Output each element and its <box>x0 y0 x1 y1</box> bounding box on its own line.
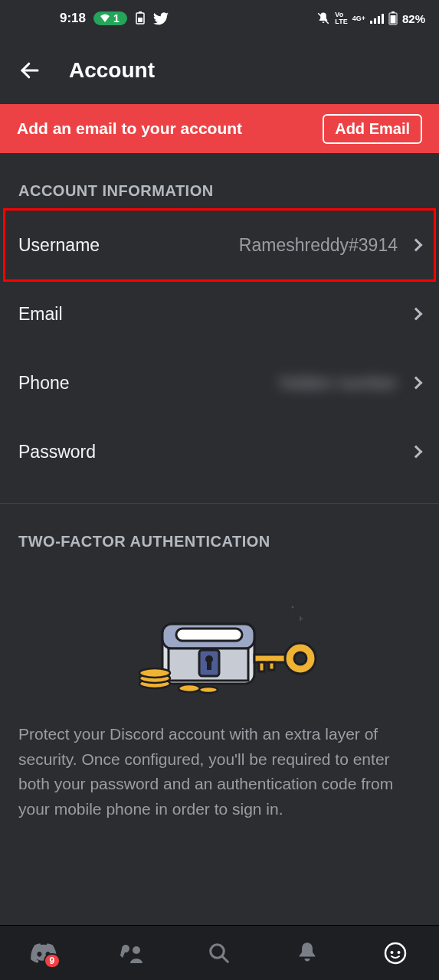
chevron-right-icon <box>410 377 423 390</box>
svg-rect-26 <box>259 662 264 671</box>
svg-point-33 <box>385 943 405 963</box>
svg-point-29 <box>294 652 306 665</box>
svg-rect-4 <box>370 21 372 24</box>
chevron-right-icon <box>410 308 423 321</box>
header: Account <box>0 37 439 104</box>
nav-badge: 9 <box>44 953 61 969</box>
svg-point-23 <box>179 684 200 692</box>
svg-point-30 <box>133 946 140 954</box>
row-label-email: Email <box>18 304 63 325</box>
svg-rect-27 <box>269 662 274 670</box>
svg-point-22 <box>139 668 170 678</box>
status-left: 9:18 1 <box>14 11 169 26</box>
back-icon[interactable] <box>18 59 41 82</box>
section-label-account: ACCOUNT INFORMATION <box>0 153 439 211</box>
row-label-phone: Phone <box>18 373 70 394</box>
profile-icon <box>384 942 407 965</box>
svg-rect-7 <box>382 14 384 24</box>
svg-point-35 <box>397 951 400 954</box>
svg-rect-9 <box>391 11 395 13</box>
chevron-right-icon <box>410 446 423 459</box>
row-label-username: Username <box>18 235 100 256</box>
svg-rect-6 <box>378 16 380 24</box>
battery-pct: 82% <box>402 12 425 25</box>
chevron-right-icon <box>410 239 423 252</box>
status-time: 9:18 <box>60 11 86 26</box>
svg-rect-1 <box>139 11 142 13</box>
svg-line-32 <box>222 956 228 962</box>
row-value-phone: hidden number <box>70 373 398 394</box>
row-email[interactable]: Email <box>0 279 439 348</box>
wifi-pill: 1 <box>93 11 127 25</box>
page-title: Account <box>69 58 155 83</box>
twitter-icon <box>153 12 169 25</box>
svg-point-12 <box>291 606 293 609</box>
nav-profile[interactable] <box>377 935 414 972</box>
svg-rect-5 <box>374 18 376 24</box>
nav-home[interactable]: 9 <box>25 935 62 972</box>
status-bar: 9:18 1 VoLTE 4G+ 82% <box>0 0 439 37</box>
banner-text: Add an email to your account <box>17 119 242 138</box>
add-email-button[interactable]: Add Email <box>323 114 422 144</box>
search-icon <box>208 942 231 965</box>
battery-icon <box>388 11 398 25</box>
bell-icon <box>296 942 318 965</box>
svg-point-34 <box>390 951 393 954</box>
wifi-count: 1 <box>113 12 120 24</box>
twofa-description: Protect your Discord account with an ext… <box>0 722 439 822</box>
battery-small-icon <box>135 11 146 25</box>
row-username[interactable]: Username Rameshreddy#3914 <box>0 211 439 279</box>
nav-search[interactable] <box>201 935 238 972</box>
friends-icon <box>120 942 144 964</box>
twofa-illustration <box>0 561 439 722</box>
volte-icon: VoLTE <box>335 11 347 25</box>
section-label-twofa: TWO-FACTOR AUTHENTICATION <box>0 504 439 561</box>
net-icon: 4G+ <box>352 15 365 22</box>
email-banner: Add an email to your account Add Email <box>0 104 439 153</box>
bottom-nav: 9 <box>0 925 439 980</box>
status-right: VoLTE 4G+ 82% <box>316 11 425 25</box>
nav-friends[interactable] <box>113 935 150 972</box>
svg-rect-10 <box>390 15 395 24</box>
row-phone[interactable]: Phone hidden number <box>0 348 439 417</box>
nav-notifications[interactable] <box>289 935 326 972</box>
mute-icon <box>316 11 330 25</box>
row-value-username: Rameshreddy#3914 <box>100 235 398 256</box>
svg-rect-15 <box>176 629 242 641</box>
svg-point-24 <box>199 687 218 693</box>
signal-icon <box>370 13 384 24</box>
row-password[interactable]: Password <box>0 417 439 486</box>
svg-rect-2 <box>138 18 143 22</box>
svg-rect-19 <box>207 661 211 670</box>
row-label-password: Password <box>18 442 96 462</box>
